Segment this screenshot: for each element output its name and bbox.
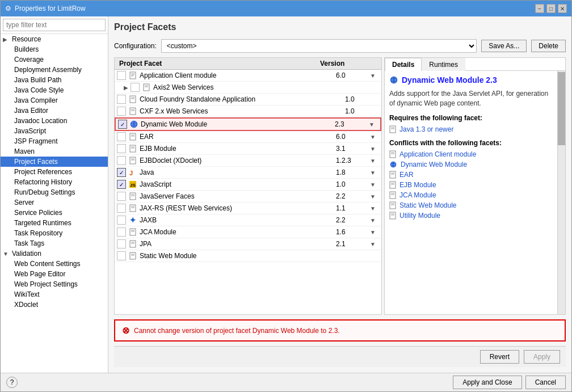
- error-icon: ⊗: [122, 325, 129, 336]
- facet-checkbox[interactable]: [117, 107, 126, 116]
- facet-version: 1.2.3: [336, 157, 370, 165]
- tab-details[interactable]: Details: [385, 58, 422, 71]
- facet-checkbox[interactable]: ✓: [117, 180, 126, 189]
- facet-row-ejbdoclet[interactable]: EJBDoclet (XDoclet) 1.2.3 ▼: [115, 155, 381, 167]
- facet-checkbox[interactable]: [117, 144, 126, 153]
- dropdown-arrow[interactable]: ▼: [370, 146, 379, 152]
- details-scroll-thumb[interactable]: [558, 72, 565, 145]
- dropdown-arrow[interactable]: ▼: [370, 134, 379, 140]
- sidebar-item-label: Server: [14, 199, 34, 206]
- save-as-button[interactable]: Save As...: [481, 40, 527, 52]
- apply-and-close-button[interactable]: Apply and Close: [453, 376, 521, 389]
- dropdown-arrow[interactable]: ▼: [370, 170, 379, 176]
- sidebar-item-targeted-runtimes[interactable]: Targeted Runtimes: [1, 218, 108, 228]
- sidebar-item-java-build-path[interactable]: Java Build Path: [1, 75, 108, 85]
- filter-input[interactable]: [3, 19, 106, 31]
- sidebar-item-xdoclet[interactable]: XDoclet: [1, 300, 108, 310]
- facet-row-ejb[interactable]: EJB Module 3.1 ▼: [115, 143, 381, 155]
- minimize-button[interactable]: −: [535, 4, 544, 13]
- sidebar-item-builders[interactable]: Builders: [1, 44, 108, 54]
- sidebar-item-web-content-settings[interactable]: Web Content Settings: [1, 259, 108, 269]
- sidebar-item-javascript[interactable]: JavaScript: [1, 126, 108, 136]
- facet-row-dynamic-web-module[interactable]: ✓: [115, 117, 381, 131]
- facet-checkbox[interactable]: [117, 132, 126, 141]
- sidebar-item-java-compiler[interactable]: Java Compiler: [1, 95, 108, 106]
- facet-checkbox[interactable]: ✓: [118, 120, 127, 129]
- dropdown-arrow[interactable]: ▼: [370, 229, 379, 235]
- close-button[interactable]: ✕: [558, 4, 567, 13]
- sidebar-item-project-references[interactable]: Project References: [1, 167, 108, 177]
- facet-checkbox[interactable]: [117, 156, 126, 165]
- facet-row-static-web[interactable]: Static Web Module: [115, 250, 381, 262]
- facet-row-jaxrs[interactable]: JAX-RS (REST Web Services) 1.1 ▼: [115, 203, 381, 214]
- sidebar-item-label: Java Compiler: [14, 96, 58, 104]
- facet-row-jsf[interactable]: JavaServer Faces 2.2 ▼: [115, 191, 381, 203]
- sidebar-item-server[interactable]: Server: [1, 197, 108, 208]
- sidebar-item-java-code-style[interactable]: Java Code Style: [1, 85, 108, 95]
- maximize-button[interactable]: □: [546, 4, 556, 13]
- delete-button[interactable]: Delete: [531, 40, 566, 52]
- facet-row-application-client[interactable]: Application Client module 6.0 ▼: [115, 70, 381, 82]
- facet-row-ear[interactable]: EAR 6.0 ▼: [115, 131, 381, 143]
- sidebar-item-java-editor[interactable]: Java Editor: [1, 106, 108, 116]
- sidebar-item-task-repository[interactable]: Task Repository: [1, 228, 108, 238]
- facet-row-axis2[interactable]: ▶ Axis2 Web Services: [115, 82, 381, 94]
- facet-row-jaxb[interactable]: ✦ JAXB 2.2 ▼: [115, 214, 381, 226]
- facet-checkbox[interactable]: [131, 83, 140, 92]
- svg-rect-51: [390, 151, 396, 158]
- facet-row-cxf[interactable]: CXF 2.x Web Services 1.0: [115, 106, 381, 117]
- sidebar-item-validation[interactable]: ▼ Validation: [1, 248, 108, 259]
- sidebar-item-resource[interactable]: ▶ Resource: [1, 34, 108, 44]
- sidebar-item-deployment-assembly[interactable]: Deployment Assembly: [1, 65, 108, 75]
- sidebar-item-task-tags[interactable]: Task Tags: [1, 238, 108, 248]
- facet-checkbox[interactable]: [117, 227, 126, 237]
- dropdown-arrow[interactable]: ▼: [370, 193, 379, 200]
- sidebar-item-run-debug-settings[interactable]: Run/Debug Settings: [1, 187, 108, 197]
- dropdown-arrow[interactable]: ▼: [370, 241, 379, 247]
- facet-checkbox[interactable]: ✓: [117, 168, 126, 177]
- dropdown-arrow[interactable]: ▼: [370, 158, 379, 164]
- sidebar-item-maven[interactable]: Maven: [1, 146, 108, 157]
- facet-checkbox[interactable]: [117, 95, 126, 104]
- facet-row-javascript[interactable]: ✓ JS JavaScript 1.0 ▼: [115, 179, 381, 191]
- dropdown-arrow[interactable]: ▼: [370, 205, 379, 212]
- sidebar-item-web-project-settings[interactable]: Web Project Settings: [1, 279, 108, 289]
- dropdown-arrow[interactable]: ▼: [370, 217, 379, 224]
- details-content: Dynamic Web Module 2.3 Adds support for …: [385, 71, 557, 314]
- facet-checkbox[interactable]: [117, 216, 126, 225]
- apply-button[interactable]: Apply: [524, 350, 560, 364]
- facet-checkbox[interactable]: [117, 239, 126, 248]
- configuration-select[interactable]: <custom>: [161, 39, 477, 53]
- col-version: Version: [320, 60, 365, 68]
- dropdown-arrow[interactable]: ▼: [370, 182, 379, 188]
- svg-rect-69: [390, 212, 396, 219]
- dropdown-arrow[interactable]: ▼: [369, 121, 378, 128]
- sidebar-item-label: Web Content Settings: [14, 260, 81, 268]
- facet-checkbox[interactable]: [117, 71, 126, 80]
- cancel-button[interactable]: Cancel: [525, 376, 566, 389]
- details-module-title: Dynamic Web Module 2.3: [389, 75, 553, 85]
- facet-checkbox[interactable]: [117, 204, 126, 213]
- revert-button[interactable]: Revert: [480, 350, 519, 364]
- sidebar-item-refactoring-history[interactable]: Refactoring History: [1, 177, 108, 187]
- facet-version: 1.0: [345, 95, 379, 103]
- facet-row-java[interactable]: ✓ J Java 1.8 ▼: [115, 167, 381, 179]
- dropdown-arrow[interactable]: ▼: [370, 73, 379, 79]
- details-scrollbar[interactable]: [557, 71, 565, 314]
- facet-row-jpa[interactable]: JPA 2.1 ▼: [115, 238, 381, 250]
- sidebar-item-coverage[interactable]: Coverage: [1, 54, 108, 65]
- facet-checkbox[interactable]: [117, 192, 126, 201]
- sidebar-item-javadoc-location[interactable]: Javadoc Location: [1, 116, 108, 126]
- sidebar-item-project-facets[interactable]: Project Facets: [1, 157, 108, 167]
- sidebar-item-jsp-fragment[interactable]: JSP Fragment: [1, 136, 108, 146]
- facet-row-jca[interactable]: JCA Module 1.6 ▼: [115, 226, 381, 238]
- facet-row-cloud-foundry[interactable]: Cloud Foundry Standalone Application 1.0: [115, 94, 381, 106]
- sidebar-item-label: Builders: [14, 45, 39, 53]
- facet-checkbox[interactable]: [117, 251, 126, 260]
- sidebar-item-wikitext[interactable]: WikiText: [1, 289, 108, 300]
- sidebar-list: ▶ Resource Builders Coverage Deployment …: [1, 34, 108, 373]
- help-icon[interactable]: ?: [6, 377, 18, 388]
- sidebar-item-service-policies[interactable]: Service Policies: [1, 208, 108, 218]
- sidebar-item-web-page-editor[interactable]: Web Page Editor: [1, 269, 108, 279]
- tab-runtimes[interactable]: Runtimes: [422, 58, 465, 71]
